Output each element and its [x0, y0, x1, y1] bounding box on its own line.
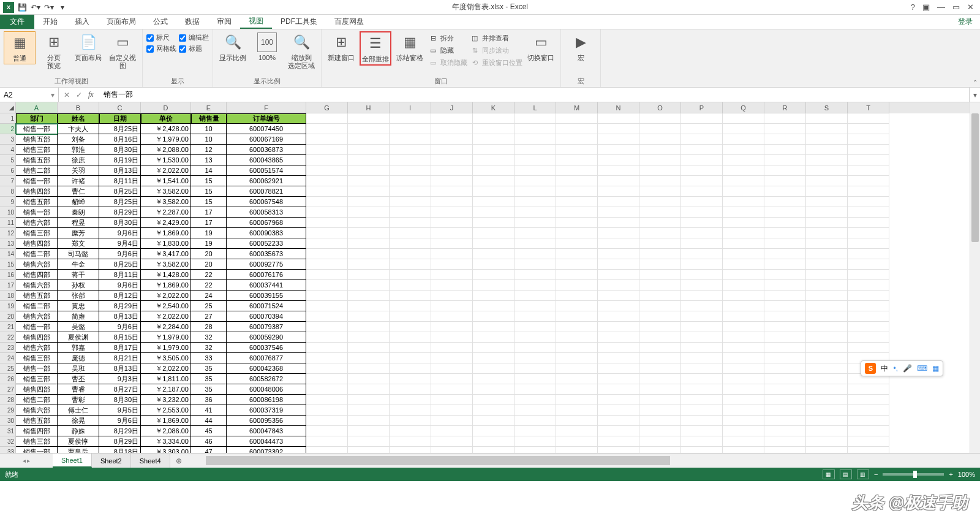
cell-F19[interactable]: 600071524 [227, 301, 306, 311]
select-all-cell[interactable]: ◢ [0, 102, 16, 113]
horizontal-scrollbar[interactable] [206, 454, 980, 468]
cell-C17[interactable]: 9月6日 [99, 280, 141, 291]
cell-B26[interactable]: 曹丕 [58, 374, 99, 384]
cell-E4[interactable]: 12 [191, 145, 227, 155]
name-box[interactable]: A2▾ [0, 88, 59, 102]
cell-F13[interactable]: 600052233 [227, 238, 306, 249]
cell-A25[interactable]: 销售一部 [16, 363, 58, 374]
cell-B14[interactable]: 司马懿 [58, 249, 99, 259]
cell-A21[interactable]: 销售一部 [16, 322, 58, 332]
cell-F31[interactable]: 600047843 [227, 426, 306, 436]
cell-A11[interactable]: 销售六部 [16, 218, 58, 228]
zoom-100-button[interactable]: 100100% [251, 31, 283, 63]
col-header-Q[interactable]: Q [723, 102, 764, 113]
zoom-out-icon[interactable]: − [874, 471, 878, 478]
cell-B5[interactable]: 徐庶 [58, 155, 99, 165]
close-icon[interactable]: ✕ [967, 2, 974, 12]
cell-D12[interactable]: ￥1,869.00 [141, 228, 191, 238]
switch-windows-button[interactable]: ▭切换窗口 [525, 31, 557, 63]
cell-B3[interactable]: 刘备 [58, 134, 99, 145]
cell-D18[interactable]: ￥2,022.00 [141, 291, 191, 301]
row-header-24[interactable]: 24 [0, 353, 16, 363]
undo-icon[interactable]: ↶▾ [29, 1, 42, 13]
header-cell[interactable]: 订单编号 [227, 113, 306, 124]
ime-mode[interactable]: 中 [881, 363, 888, 374]
cell-D14[interactable]: ￥3,417.00 [141, 249, 191, 259]
cell-C31[interactable]: 8月29日 [99, 426, 141, 436]
tab-page-layout[interactable]: 页面布局 [98, 15, 145, 29]
cell-F5[interactable]: 600043865 [227, 155, 306, 165]
col-header-O[interactable]: O [639, 102, 681, 113]
sheet-tab-1[interactable]: Sheet1 [53, 454, 92, 468]
cell-C16[interactable]: 8月11日 [99, 270, 141, 280]
row-header-14[interactable]: 14 [0, 249, 16, 259]
cell-C20[interactable]: 8月13日 [99, 311, 141, 322]
cell-A8[interactable]: 销售四部 [16, 186, 58, 197]
cell-C13[interactable]: 9月4日 [99, 238, 141, 249]
cell-D10[interactable]: ￥2,287.00 [141, 207, 191, 218]
col-header-K[interactable]: K [473, 102, 514, 113]
cell-C5[interactable]: 8月19日 [99, 155, 141, 165]
freeze-panes-button[interactable]: ▦冻结窗格 [394, 31, 426, 63]
col-header-G[interactable]: G [306, 102, 348, 113]
cell-E12[interactable]: 19 [191, 228, 227, 238]
row-header-22[interactable]: 22 [0, 332, 16, 343]
cell-F7[interactable]: 600062921 [227, 176, 306, 186]
cell-C22[interactable]: 8月15日 [99, 332, 141, 343]
cell-D13[interactable]: ￥1,830.00 [141, 238, 191, 249]
cell-E7[interactable]: 15 [191, 176, 227, 186]
cell-F12[interactable]: 600090383 [227, 228, 306, 238]
cell-F28[interactable]: 600086198 [227, 395, 306, 405]
cell-D25[interactable]: ￥2,022.00 [141, 363, 191, 374]
page-break-button[interactable]: ⊞分页 预览 [38, 31, 70, 71]
col-header-S[interactable]: S [806, 102, 848, 113]
cell-E3[interactable]: 10 [191, 134, 227, 145]
cell-B20[interactable]: 简雍 [58, 311, 99, 322]
cell-F11[interactable]: 600067968 [227, 218, 306, 228]
cell-E13[interactable]: 19 [191, 238, 227, 249]
row-header-30[interactable]: 30 [0, 416, 16, 426]
cell-D22[interactable]: ￥1,979.00 [141, 332, 191, 343]
cell-A5[interactable]: 销售五部 [16, 155, 58, 165]
cell-A4[interactable]: 销售三部 [16, 145, 58, 155]
cell-A28[interactable]: 销售二部 [16, 395, 58, 405]
tab-review[interactable]: 审阅 [208, 15, 240, 29]
chevron-down-icon[interactable]: ▾ [51, 91, 55, 99]
cell-E16[interactable]: 22 [191, 270, 227, 280]
cell-A14[interactable]: 销售二部 [16, 249, 58, 259]
ime-menu-icon[interactable]: ▦ [932, 364, 939, 373]
cell-D26[interactable]: ￥1,811.00 [141, 374, 191, 384]
cell-B21[interactable]: 吴懿 [58, 322, 99, 332]
save-icon[interactable]: 💾 [16, 1, 28, 13]
cell-B28[interactable]: 曹彰 [58, 395, 99, 405]
headings-checkbox[interactable]: 标题 [179, 44, 209, 53]
cell-E25[interactable]: 35 [191, 363, 227, 374]
cell-E29[interactable]: 41 [191, 405, 227, 416]
cell-A10[interactable]: 销售一部 [16, 207, 58, 218]
cell-B9[interactable]: 貂蝉 [58, 197, 99, 207]
help-icon[interactable]: ? [911, 2, 915, 12]
cell-F22[interactable]: 600059290 [227, 332, 306, 343]
normal-view-icon[interactable]: ▦ [823, 469, 835, 479]
row-header-18[interactable]: 18 [0, 291, 16, 301]
header-cell[interactable]: 部门 [16, 113, 58, 124]
col-header-C[interactable]: C [99, 102, 141, 113]
cell-F14[interactable]: 600035673 [227, 249, 306, 259]
cell-E14[interactable]: 20 [191, 249, 227, 259]
cell-D11[interactable]: ￥2,429.00 [141, 218, 191, 228]
cell-F4[interactable]: 600036873 [227, 145, 306, 155]
cell-B29[interactable]: 傅士仁 [58, 405, 99, 416]
cell-B2[interactable]: 卞夫人 [58, 124, 99, 134]
cell-A17[interactable]: 销售六部 [16, 280, 58, 291]
cell-D31[interactable]: ￥2,086.00 [141, 426, 191, 436]
cell-C23[interactable]: 8月17日 [99, 343, 141, 353]
cell-E10[interactable]: 17 [191, 207, 227, 218]
cell-C12[interactable]: 9月6日 [99, 228, 141, 238]
cell-C19[interactable]: 8月29日 [99, 301, 141, 311]
spreadsheet-grid[interactable]: ◢ABCDEFGHIJKLMNOPQRST 1部门姓名日期单价销售量订单编号2销… [0, 102, 980, 453]
cell-D6[interactable]: ￥2,022.00 [141, 165, 191, 176]
cell-B33[interactable]: 曹皇后 [58, 447, 99, 453]
cell-A2[interactable]: 销售一部 [16, 124, 58, 134]
cell-D17[interactable]: ￥1,869.00 [141, 280, 191, 291]
row-header-1[interactable]: 1 [0, 113, 16, 124]
